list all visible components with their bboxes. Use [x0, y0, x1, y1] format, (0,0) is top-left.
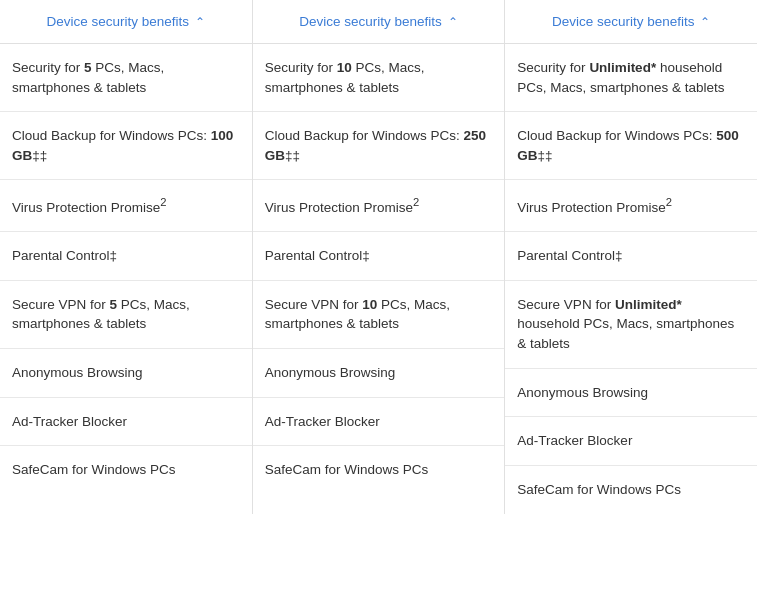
chevron-up-icon: ⌃: [448, 15, 458, 29]
feature-item-0: Security for 5 PCs, Macs, smartphones & …: [0, 44, 252, 112]
column-header-label: Device security benefits: [552, 14, 695, 29]
column-header-label: Device security benefits: [299, 14, 442, 29]
feature-text: Anonymous Browsing: [517, 385, 648, 400]
feature-text: Cloud Backup for Windows PCs:: [12, 128, 211, 143]
feature-item-6: Ad-Tracker Blocker: [0, 398, 252, 447]
feature-item-6: Ad-Tracker Blocker: [505, 417, 757, 466]
feature-item-0: Security for 10 PCs, Macs, smartphones &…: [253, 44, 505, 112]
feature-text: ‡‡: [285, 148, 300, 163]
feature-text: Parental Control: [12, 248, 110, 263]
feature-text: Security for: [12, 60, 84, 75]
feature-item-5: Anonymous Browsing: [0, 349, 252, 398]
feature-item-3: Parental Control‡: [253, 232, 505, 281]
feature-item-4: Secure VPN for 10 PCs, Macs, smartphones…: [253, 281, 505, 349]
feature-item-1: Cloud Backup for Windows PCs: 100 GB‡‡: [0, 112, 252, 180]
feature-text: SafeCam for Windows PCs: [517, 482, 681, 497]
feature-item-1: Cloud Backup for Windows PCs: 250 GB‡‡: [253, 112, 505, 180]
column-1: Device security benefits⌃Security for 5 …: [0, 0, 253, 514]
feature-text: Secure VPN for: [265, 297, 363, 312]
feature-text: Parental Control: [517, 248, 615, 263]
feature-text: Anonymous Browsing: [12, 365, 143, 380]
feature-item-5: Anonymous Browsing: [505, 369, 757, 418]
comparison-table: Device security benefits⌃Security for 5 …: [0, 0, 757, 514]
feature-item-6: Ad-Tracker Blocker: [253, 398, 505, 447]
superscript: 2: [160, 196, 166, 208]
feature-text: household PCs, Macs, smartphones & table…: [517, 316, 734, 351]
feature-text: Virus Protection Promise: [12, 200, 160, 215]
feature-text: Security for: [265, 60, 337, 75]
feature-text: ‡: [110, 248, 118, 263]
bold-text: Unlimited*: [615, 297, 682, 312]
feature-text: Secure VPN for: [517, 297, 615, 312]
feature-item-3: Parental Control‡: [505, 232, 757, 281]
feature-text: ‡: [362, 248, 370, 263]
feature-item-3: Parental Control‡: [0, 232, 252, 281]
feature-text: Anonymous Browsing: [265, 365, 396, 380]
feature-text: Ad-Tracker Blocker: [517, 433, 632, 448]
bold-text: 5: [84, 60, 92, 75]
feature-item-4: Secure VPN for Unlimited* household PCs,…: [505, 281, 757, 369]
chevron-up-icon: ⌃: [700, 15, 710, 29]
chevron-up-icon: ⌃: [195, 15, 205, 29]
column-3: Device security benefits⌃Security for Un…: [505, 0, 757, 514]
bold-text: 5: [110, 297, 118, 312]
feature-item-7: SafeCam for Windows PCs: [253, 446, 505, 494]
column-2: Device security benefits⌃Security for 10…: [253, 0, 506, 514]
feature-text: SafeCam for Windows PCs: [265, 462, 429, 477]
bold-text: Unlimited*: [589, 60, 656, 75]
feature-text: Cloud Backup for Windows PCs:: [265, 128, 464, 143]
feature-text: Ad-Tracker Blocker: [12, 414, 127, 429]
bold-text: 10: [337, 60, 352, 75]
feature-text: Cloud Backup for Windows PCs:: [517, 128, 716, 143]
feature-text: Virus Protection Promise: [265, 200, 413, 215]
feature-text: Ad-Tracker Blocker: [265, 414, 380, 429]
column-header-3[interactable]: Device security benefits⌃: [505, 0, 757, 44]
superscript: 2: [413, 196, 419, 208]
feature-item-4: Secure VPN for 5 PCs, Macs, smartphones …: [0, 281, 252, 349]
feature-item-2: Virus Protection Promise2: [505, 180, 757, 232]
column-header-1[interactable]: Device security benefits⌃: [0, 0, 252, 44]
feature-text: ‡‡: [32, 148, 47, 163]
feature-text: Virus Protection Promise: [517, 200, 665, 215]
feature-text: ‡‡: [538, 148, 553, 163]
feature-item-2: Virus Protection Promise2: [0, 180, 252, 232]
feature-item-7: SafeCam for Windows PCs: [0, 446, 252, 494]
column-header-2[interactable]: Device security benefits⌃: [253, 0, 505, 44]
feature-text: Secure VPN for: [12, 297, 110, 312]
feature-item-2: Virus Protection Promise2: [253, 180, 505, 232]
feature-text: Parental Control: [265, 248, 363, 263]
feature-text: Security for: [517, 60, 589, 75]
column-header-label: Device security benefits: [47, 14, 190, 29]
feature-item-1: Cloud Backup for Windows PCs: 500 GB‡‡: [505, 112, 757, 180]
feature-item-5: Anonymous Browsing: [253, 349, 505, 398]
feature-item-0: Security for Unlimited* household PCs, M…: [505, 44, 757, 112]
bold-text: 10: [362, 297, 377, 312]
feature-item-7: SafeCam for Windows PCs: [505, 466, 757, 514]
superscript: 2: [666, 196, 672, 208]
feature-text: SafeCam for Windows PCs: [12, 462, 176, 477]
feature-text: ‡: [615, 248, 623, 263]
